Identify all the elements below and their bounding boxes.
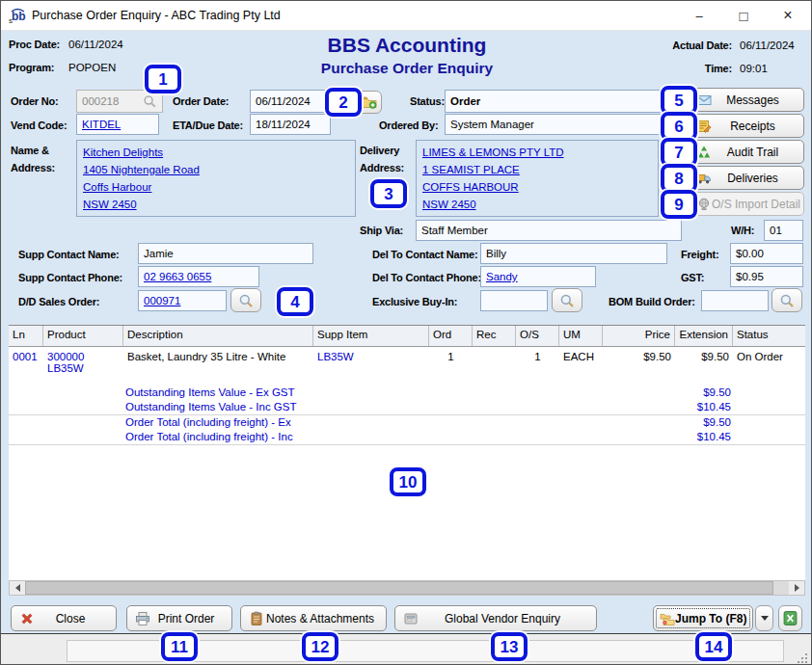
dd-sales-order-search-button[interactable]: [230, 288, 261, 312]
col-header-os[interactable]: O/S: [516, 326, 559, 346]
vend-code-field[interactable]: KITDEL: [76, 114, 159, 135]
bom-build-order-search-button[interactable]: [771, 288, 802, 312]
col-header-ln[interactable]: Ln: [9, 326, 43, 346]
eta-due-date-field[interactable]: 18/11/2024: [250, 114, 331, 135]
del-contact-phone-field[interactable]: Sandy: [480, 266, 596, 287]
summary-row: $10.45 Order Total (including freight) -…: [9, 430, 805, 444]
jump-to-dropdown-button[interactable]: [755, 605, 773, 631]
col-header-um[interactable]: UM: [559, 326, 603, 346]
del-contact-name-label: Del To Contact Name:: [372, 249, 477, 260]
dd-sales-order-link[interactable]: 000971: [144, 295, 180, 306]
notes-attachments-button[interactable]: Notes & Attachments: [240, 605, 387, 631]
col-header-extension[interactable]: Extension: [675, 326, 733, 346]
supp-contact-phone-field[interactable]: 02 9663 0655: [138, 266, 259, 287]
deliveries-button[interactable]: Deliveries: [688, 166, 804, 190]
jump-to-button[interactable]: Jump To (F8): [653, 605, 753, 631]
receipts-button[interactable]: Receipts: [688, 114, 804, 138]
ship-via-label: Ship Via:: [360, 225, 403, 236]
ship-via-value: Staff Member: [421, 225, 488, 236]
print-order-button[interactable]: Print Order: [126, 605, 232, 631]
envelope-icon: [696, 93, 712, 108]
supp-contact-name-field[interactable]: Jamie: [138, 243, 313, 264]
minimize-button[interactable]: –: [677, 1, 721, 30]
exclusive-buy-in-label: Exclusive Buy-In:: [372, 296, 457, 307]
delivery-address-label-2: Address:: [360, 162, 404, 173]
supplier-city-link[interactable]: Coffs Harbour: [83, 178, 349, 196]
resize-grip[interactable]: [797, 652, 808, 664]
delivery-state-link[interactable]: NSW 2450: [422, 196, 652, 213]
freight-field[interactable]: $0.00: [730, 243, 803, 264]
cell-ord: 1: [429, 351, 473, 382]
maximize-button[interactable]: □: [721, 1, 766, 30]
exclusive-buy-in-search-button[interactable]: [552, 288, 582, 312]
bom-build-order-label: BOM Build Order:: [609, 296, 695, 307]
ordered-by-field[interactable]: System Manager: [445, 114, 666, 135]
col-header-description[interactable]: Description: [123, 326, 313, 346]
search-icon: [143, 94, 157, 109]
vend-code-label: Vend Code:: [11, 120, 68, 131]
order-no-label: Order No:: [11, 95, 59, 107]
supplier-street-link[interactable]: 1405 Nightengale Road: [83, 161, 349, 178]
cell-ln: 0001: [9, 351, 43, 382]
dd-sales-order-field[interactable]: 000971: [138, 290, 227, 311]
table-row[interactable]: 0001 300000 LB35W Basket, Laundry 35 Lit…: [9, 347, 805, 382]
delivery-address-label-1: Delivery: [360, 145, 399, 156]
status-field[interactable]: Order: [445, 90, 666, 113]
name-address-label-2: Address:: [11, 162, 55, 173]
summary-row: $10.45 Outstanding Items Value - Inc GST: [9, 400, 805, 414]
col-header-price[interactable]: Price: [603, 326, 675, 346]
del-contact-phone-link[interactable]: Sandy: [486, 271, 518, 282]
os-import-detail-button[interactable]: O/S Import Detail: [688, 192, 804, 216]
printer-icon: [135, 611, 150, 626]
del-contact-phone-label: Del To Contact Phone:: [372, 272, 481, 283]
col-header-supp-item[interactable]: Supp Item: [313, 326, 429, 346]
scroll-right-button[interactable]: [789, 581, 804, 595]
close-x-icon: [19, 611, 35, 626]
close-button[interactable]: Close: [11, 605, 117, 631]
messages-button[interactable]: Messages: [688, 88, 804, 112]
summary-label: Order Total (including freight) - Inc: [125, 431, 293, 442]
recycle-icon: [696, 145, 712, 160]
vend-code-link[interactable]: KITDEL: [82, 119, 121, 130]
spreadsheet-icon: [782, 610, 798, 626]
delivery-name-link[interactable]: LIMES & LEMONS PTY LTD: [422, 144, 652, 161]
ship-via-field[interactable]: Staff Member: [416, 220, 682, 241]
globe-icon: [696, 197, 712, 212]
scroll-left-button[interactable]: [10, 581, 25, 595]
ordered-by-label: Ordered By:: [379, 120, 438, 131]
eta-due-date-label: ETA/Due Date:: [173, 120, 243, 131]
app-window: bb s Purchase Order Enquiry - ABC Tradin…: [0, 0, 812, 665]
supplier-name-link[interactable]: Kitchen Delights: [83, 144, 349, 161]
summary-value: $9.50: [9, 386, 731, 398]
callout-4: 4: [277, 287, 313, 316]
audit-trail-button[interactable]: Audit Trail: [688, 140, 804, 164]
del-contact-name-value: Billy: [486, 248, 506, 259]
app-logo-icon: bb s: [8, 6, 28, 25]
supplier-state-link[interactable]: NSW 2450: [83, 196, 349, 213]
delivery-street-link[interactable]: 1 SEAMIST PLACE: [422, 161, 652, 178]
supp-contact-phone-link[interactable]: 02 9663 0655: [144, 271, 211, 282]
col-header-status[interactable]: Status: [733, 326, 805, 346]
bom-build-order-field[interactable]: [701, 290, 769, 311]
minimize-icon: –: [695, 9, 702, 23]
time-value: 09:01: [740, 63, 768, 74]
chevron-down-icon: [761, 616, 769, 621]
horizontal-scrollbar[interactable]: [9, 580, 805, 596]
col-header-product[interactable]: Product: [43, 326, 123, 346]
col-header-ord[interactable]: Ord: [429, 326, 473, 346]
exclusive-buy-in-field[interactable]: [480, 290, 548, 311]
close-window-button[interactable]: ×: [766, 1, 810, 30]
freight-label: Freight:: [681, 249, 718, 260]
order-date-field[interactable]: 06/11/2024: [250, 90, 331, 113]
global-vendor-enquiry-button[interactable]: Global Vendor Enquiry: [394, 605, 597, 631]
order-date-value: 06/11/2024: [256, 95, 311, 107]
scroll-right-icon: [795, 584, 799, 592]
gst-field[interactable]: $0.95: [730, 266, 803, 287]
export-excel-button[interactable]: [778, 605, 802, 631]
scrollbar-thumb[interactable]: [25, 581, 773, 595]
warehouse-field[interactable]: 01: [764, 220, 803, 241]
del-contact-name-field[interactable]: Billy: [480, 243, 667, 264]
col-header-rec[interactable]: Rec: [473, 326, 516, 346]
delivery-city-link[interactable]: COFFS HARBOUR: [422, 178, 652, 196]
summary-value: $10.45: [9, 401, 731, 412]
